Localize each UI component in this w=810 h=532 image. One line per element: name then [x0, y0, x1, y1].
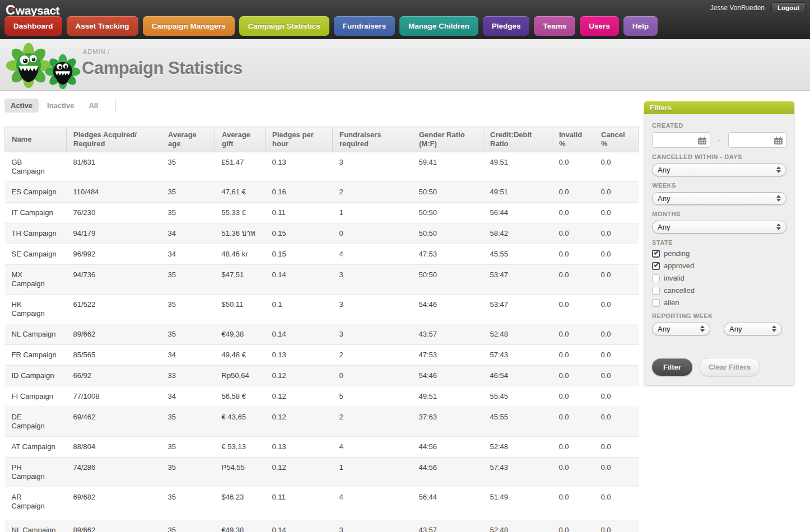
campaign-name: ID Campaign	[12, 371, 54, 380]
checkbox-invalid[interactable]	[652, 274, 660, 282]
checkbox-cancelled[interactable]	[652, 287, 660, 295]
stepper-icon	[776, 166, 781, 173]
table-cell: 50:50	[412, 223, 483, 244]
table-cell: 1	[333, 458, 412, 487]
reporting-week-select-1[interactable]: Any	[652, 323, 710, 335]
logout-button[interactable]: Logout	[771, 2, 806, 13]
table-cell: 0.0	[552, 487, 594, 519]
table-cell: €49,38	[215, 519, 266, 532]
table-row: AR Campaign69/68235$46.230.11456:4451:49…	[5, 487, 639, 519]
months-label: MONTHS	[652, 211, 786, 217]
table-cell: 0.15	[266, 244, 333, 265]
cancelled-within-days-select[interactable]: Any	[652, 164, 786, 176]
breadcrumb[interactable]: ADMIN /	[83, 48, 110, 55]
nav-campaign-statistics[interactable]: Campaign Statistics	[239, 16, 329, 36]
tab-inactive[interactable]: Inactive	[41, 99, 80, 113]
checkbox-alien[interactable]	[652, 299, 660, 307]
table-row: SE Campaign96/9923448.46 kr0.15447:5345:…	[5, 244, 639, 265]
state-option-pending[interactable]: pending	[652, 249, 786, 258]
filters-panel-title: Filters	[644, 101, 794, 114]
app-logo[interactable]: C+waysact	[6, 2, 59, 18]
table-cell: 66/92	[67, 366, 161, 386]
tab-all[interactable]: All	[82, 99, 104, 113]
created-from-input[interactable]	[652, 132, 710, 148]
table-cell: 49:51	[483, 152, 552, 182]
campaign-name: AR Campaign	[12, 493, 46, 511]
checkbox-pending[interactable]	[652, 250, 660, 258]
state-option-alien[interactable]: alien	[652, 298, 786, 307]
table-cell: 0.0	[594, 437, 639, 458]
table-cell: 33	[161, 366, 215, 386]
table-cell: 0.16	[266, 182, 333, 203]
table-cell: 0.14	[266, 265, 333, 295]
table-cell: 0.0	[552, 345, 594, 366]
table-row: TH Campaign94/1793451.36 บาท0.15050:5058…	[5, 223, 639, 244]
table-cell: 49:51	[483, 182, 552, 203]
tab-active[interactable]: Active	[4, 99, 39, 113]
state-option-cancelled[interactable]: cancelled	[652, 286, 786, 295]
table-cell: 50:50	[412, 203, 483, 223]
nav-users[interactable]: Users	[580, 16, 619, 36]
checkbox-label: alien	[664, 298, 679, 307]
monster-mascot-icon	[45, 54, 81, 90]
table-cell: 0.0	[594, 366, 639, 386]
state-option-invalid[interactable]: invalid	[652, 274, 786, 282]
table-cell: 35	[161, 437, 215, 458]
table-cell: 37:63	[412, 407, 483, 437]
clear-filters-button[interactable]: Clear Filters	[699, 358, 760, 376]
table-cell: 0.13	[266, 345, 333, 366]
table-cell: 0.14	[266, 519, 333, 532]
table-cell: 48.46 kr	[215, 244, 266, 265]
nav-dashboard[interactable]: Dashboard	[4, 16, 62, 36]
filter-button[interactable]: Filter	[652, 358, 692, 376]
created-to-input[interactable]	[728, 132, 786, 148]
campaign-name: NL Campaign	[12, 526, 56, 532]
table-cell: € 53,13	[215, 437, 266, 458]
nav-help[interactable]: Help	[623, 16, 658, 36]
select-value: Any	[729, 325, 742, 333]
table-cell: 59:41	[412, 152, 483, 182]
nav-campaign-managers[interactable]: Campaign Managers	[143, 16, 235, 36]
table-cell: € 43,65	[215, 407, 266, 437]
state-option-approved[interactable]: approved	[652, 262, 786, 270]
table-cell: 74/286	[67, 458, 161, 487]
table-cell: 34	[161, 345, 215, 366]
table-cell: 49,48 €	[215, 345, 266, 366]
table-cell: 0.0	[552, 407, 594, 437]
column-header-name: Name	[5, 127, 67, 152]
table-cell: 0.13	[266, 437, 333, 458]
nav-fundraisers[interactable]: Fundraisers	[334, 16, 395, 36]
table-cell: 1	[333, 203, 412, 223]
table-cell: 35	[161, 458, 215, 487]
table-cell: 4	[333, 437, 412, 458]
table-cell: 0.0	[552, 182, 594, 203]
nav-pledges[interactable]: Pledges	[483, 16, 530, 36]
table-cell: 89/662	[67, 519, 161, 532]
table-cell: 35	[161, 324, 215, 345]
table-cell: 0.0	[552, 244, 594, 265]
stepper-icon	[776, 223, 781, 230]
table-cell: 0.0	[552, 295, 594, 324]
campaign-name: GB Campaign	[12, 158, 46, 176]
logo-c-icon: C+	[6, 2, 15, 17]
checkbox-approved[interactable]	[652, 262, 660, 270]
table-cell: 35	[161, 487, 215, 519]
campaign-name: DE Campaign	[12, 413, 46, 431]
nav-asset-tracking[interactable]: Asset Tracking	[67, 16, 138, 36]
table-cell: 0	[333, 223, 412, 244]
nav-teams[interactable]: Teams	[534, 16, 575, 36]
state-options: pendingapprovedinvalidcancelledalien	[652, 249, 786, 307]
table-cell: 3	[333, 152, 412, 182]
weeks-select[interactable]: Any	[652, 192, 786, 205]
checkbox-label: invalid	[664, 274, 685, 282]
nav-manage-children[interactable]: Manage Children	[399, 16, 478, 36]
table-cell: 69/682	[67, 487, 161, 519]
table-cell: 46:54	[483, 366, 552, 386]
table-cell: 0.0	[594, 487, 639, 519]
table-row: NL Campaign89/66235€49,380.14343:5752:48…	[5, 324, 639, 345]
table-cell: 49:51	[412, 386, 483, 407]
months-select[interactable]: Any	[652, 221, 786, 234]
table-cell: $50.11	[215, 295, 266, 324]
table-row: IT Campaign76/2303555.33 €0.11150:5056:4…	[5, 203, 639, 223]
reporting-week-select-2[interactable]: Any	[724, 323, 782, 335]
